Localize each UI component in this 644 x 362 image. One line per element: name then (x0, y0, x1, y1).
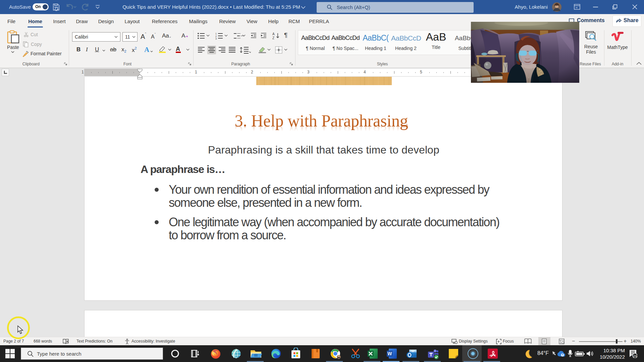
svg-text:3: 3 (215, 38, 217, 40)
svg-text:2: 2 (215, 35, 217, 38)
svg-text:1: 1 (215, 33, 217, 35)
svg-text:Z: Z (272, 36, 274, 40)
svg-text:24: 24 (633, 354, 637, 358)
svg-text:A: A (144, 46, 150, 54)
svg-text:A: A (272, 32, 275, 36)
svg-text:A: A (176, 46, 180, 52)
